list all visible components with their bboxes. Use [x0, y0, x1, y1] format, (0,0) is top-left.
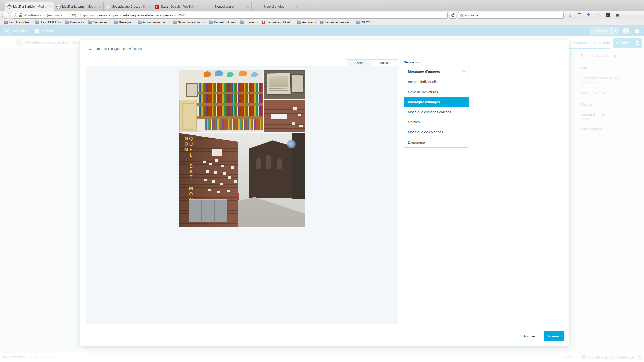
bookmark-label: Les plus visités: [9, 21, 29, 24]
tab-title: Mediatheque Croix du Bac – E: [111, 5, 146, 8]
bookmark-label: Les anciennes ver...: [325, 21, 352, 24]
page-favicon: [106, 5, 110, 9]
decor: [204, 71, 211, 77]
url-bar[interactable]: i WordPress.com (Automattic, I... (US): [11, 12, 448, 19]
tab-site[interactable]: Mediatheque Croix du Bac – E ×: [104, 2, 153, 11]
folder-icon: [209, 21, 213, 24]
bookmark-creation[interactable]: Creation▾: [63, 21, 86, 24]
cancel-button[interactable]: Annuler: [518, 331, 540, 341]
close-icon[interactable]: ×: [148, 5, 151, 9]
option-diaporama[interactable]: Diaporama: [404, 137, 469, 147]
close-icon[interactable]: ×: [296, 5, 299, 9]
tab-modifier[interactable]: Modifier: [372, 59, 398, 66]
folder-icon: [356, 21, 360, 24]
clipboard-glyph: [578, 13, 581, 17]
back-button[interactable]: ←: [2, 12, 9, 19]
option-mosaique-colonnes[interactable]: Mosaïque de colonnes: [404, 127, 469, 137]
bookmark-conseil-culture[interactable]: Conseil culture▾: [207, 21, 238, 24]
bookmark-infos[interactable]: INFOS▾: [354, 21, 375, 24]
identity-country: (US): [70, 14, 76, 17]
option-images-individuelles[interactable]: Images individuelles: [404, 77, 469, 87]
browser-nav-bar: ← i WordPress.com (Automattic, I... (US)…: [0, 11, 644, 19]
bookmark-archives[interactable]: Archives▾: [295, 21, 318, 24]
reload-icon: [451, 14, 454, 17]
caret-icon: ▾: [371, 21, 372, 23]
search-icon: [460, 14, 463, 17]
bookmark-semences[interactable]: Semences▾: [86, 21, 112, 24]
caret-icon: ▾: [235, 21, 236, 23]
insert-button[interactable]: Insérer: [544, 331, 564, 341]
tab-title: Saez - Je suis - YouTube: [161, 5, 195, 8]
bookmark-label: Conseil culture: [214, 21, 234, 24]
bookmark-star-icon[interactable]: ☆: [566, 12, 573, 19]
media-library-modal: ← BIBLIOTHÈQUE DE MÉDIAS Aperçu Modifier: [80, 40, 569, 346]
close-icon[interactable]: ×: [49, 5, 52, 8]
tab-apercu[interactable]: Aperçu: [347, 59, 372, 66]
close-icon[interactable]: ×: [246, 5, 249, 9]
new-tab-button[interactable]: +: [301, 3, 309, 11]
decor: [256, 158, 261, 169]
lock-icon: [19, 15, 22, 17]
menu-icon[interactable]: ≡: [614, 12, 621, 19]
bookmark-label: Bretagne: [119, 21, 131, 24]
bookmark-label: Ecolieu: [246, 21, 255, 24]
option-mosaique-images[interactable]: Mosaïque d'images: [404, 97, 469, 107]
folder-icon: [114, 21, 118, 24]
decor: [266, 155, 271, 169]
wordpress-favicon: W: [56, 5, 61, 9]
bookmarks-bar: ★Les plus visités▾ Les USUELS▾ Creation▾…: [0, 19, 644, 25]
wordpress-page: W Mes sites Lecteur ✎Écrire 1 ← Mediathe…: [0, 25, 644, 362]
tab-nouvel-onglet-1[interactable]: Nouvel onglet ×: [202, 2, 252, 11]
site-identity[interactable]: WordPress.com (Automattic, I...: [24, 14, 68, 17]
url-input[interactable]: [80, 13, 445, 17]
shield-glyph: ▼: [606, 13, 610, 17]
tab-youtube[interactable]: ▶ Saez - Je suis - YouTube ×: [153, 2, 202, 11]
bookmark-label: Auto-construction: [143, 21, 166, 24]
home-icon[interactable]: ⌂: [594, 12, 602, 19]
option-mosaique-carrees[interactable]: Mosaïque d’images carrées: [404, 107, 469, 117]
divider: [80, 57, 569, 57]
tab-nouvel-onglet-2[interactable]: Nouvel onglet ×: [252, 2, 301, 11]
option-cercles[interactable]: Cercles: [404, 117, 469, 127]
modal-back-icon[interactable]: ←: [88, 46, 92, 51]
search-bar[interactable]: →: [458, 12, 564, 19]
tab-modifier-article[interactable]: W Modifier l'article ‹ Mediatheq ×: [5, 2, 54, 11]
divider: [80, 326, 569, 326]
bookmark-savoir-faire[interactable]: Savoir faire auto...▾: [171, 21, 207, 24]
caret-icon: ▾: [257, 21, 258, 23]
tab-title: Modifier l'article ‹ Mediatheq: [13, 5, 48, 8]
reload-button[interactable]: [450, 12, 456, 19]
decor: [199, 94, 263, 103]
bookmark-label: Creation: [70, 21, 82, 24]
tab-modifier-page[interactable]: W Modifier la page ‹ Mediatheq ×: [54, 2, 104, 11]
decor: [251, 72, 258, 77]
clipboard-icon[interactable]: [575, 12, 583, 19]
close-icon[interactable]: ×: [197, 5, 200, 9]
shield-addon-icon[interactable]: ▼: [604, 12, 612, 19]
bookmark-bretagne[interactable]: Bretagne▾: [112, 21, 136, 24]
disposition-select[interactable]: Mosaïque d'images: [404, 66, 469, 77]
downloads-icon[interactable]: [585, 12, 592, 19]
caret-icon: ▾: [204, 21, 205, 23]
screen: W Modifier l'article ‹ Mediatheq × W Mod…: [0, 0, 644, 362]
decor: [227, 72, 234, 77]
close-icon[interactable]: ×: [98, 5, 101, 9]
bookmark-label: Savoir faire auto...: [178, 21, 202, 24]
bookmark-label: Les USUELS: [41, 21, 59, 24]
bookmark-anciennes-versions[interactable]: Les anciennes ver...: [318, 21, 354, 24]
bookmark-ecolieu[interactable]: Ecolieu▾: [238, 21, 260, 24]
globe-icon: [320, 21, 324, 24]
bookmark-auto-construction[interactable]: Auto-construction▾: [136, 21, 171, 24]
decor: [179, 100, 197, 132]
option-grille-miniatures[interactable]: Grille de miniatures: [404, 87, 469, 97]
search-go-icon[interactable]: →: [558, 13, 561, 17]
bookmark-les-usuels[interactable]: Les USUELS▾: [33, 21, 63, 24]
decor: [239, 71, 247, 76]
bookmark-les-plus-visites[interactable]: ★Les plus visités▾: [2, 21, 33, 24]
decor: [197, 92, 263, 94]
caret-icon: ▾: [133, 21, 134, 23]
bookmark-langoelan[interactable]: TLangoëlan : l'Ateli...: [260, 21, 295, 24]
search-input[interactable]: [465, 13, 556, 17]
info-icon[interactable]: i: [14, 13, 17, 17]
decor: [293, 107, 297, 110]
